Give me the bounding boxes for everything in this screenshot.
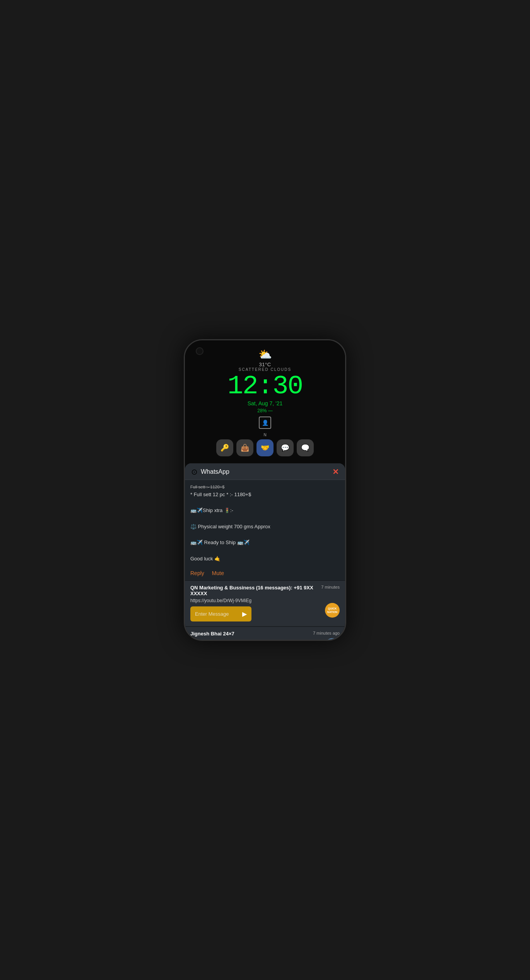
notif-2-header: QN Marketing & Bussiness (16 messages): …	[190, 585, 340, 596]
notification-panel: ⊙ WhatsApp ✕ Full sett :- 1120+$ * Full …	[185, 463, 345, 641]
quick-icon-lock[interactable]: 🔑	[216, 439, 233, 456]
date-display: Sat, Aug 7, '21	[185, 400, 345, 406]
msg-line-5: Good luck 🤙	[190, 555, 340, 563]
quick-reply-box[interactable]: Enter Message ▶	[190, 606, 251, 621]
message-content: Full sett :- 1120+$ * Full sett 12 pc * …	[185, 480, 345, 567]
notif-3-header: Jignesh Bhai 24×7 7 minutes ago	[190, 631, 340, 637]
notif-2-time: 7 minutes	[321, 585, 340, 589]
weather-icon: ⛅	[185, 348, 345, 361]
close-button[interactable]: ✕	[332, 467, 339, 476]
whatsapp-header: ⊙ WhatsApp ✕	[185, 463, 345, 480]
notif-2-text: https://youtu.be/DrWj-9VMiEg	[190, 598, 251, 603]
compass-label: N	[185, 433, 345, 437]
quick-icons-row: 🔑 👜 🤝 💬 🗨️	[185, 439, 345, 456]
contact-icon: 👤	[259, 417, 271, 429]
whatsapp-circle-icon: ⊙	[191, 467, 198, 476]
msg-line-strikethrough: Full sett :- 1120+$	[190, 484, 340, 491]
notif-2-body: https://youtu.be/DrWj-9VMiEg Enter Messa…	[190, 598, 340, 623]
msg-line-3: ⚖️ Physical weight 700 gms Approx	[190, 523, 340, 531]
msg-line-1: * Full sett 12 pc * :- 1180+$	[190, 491, 340, 499]
reply-actions: Reply Mute	[185, 567, 345, 580]
notif-2-sender: QN Marketing & Bussiness (16 messages): …	[190, 585, 318, 596]
msg-line-4: 🚌✈️ Ready to Ship 🚌✈️	[190, 539, 340, 547]
notif-3-time: 7 minutes ago	[313, 631, 340, 635]
message-input-placeholder[interactable]: Enter Message	[195, 611, 229, 617]
mute-button[interactable]: Mute	[212, 570, 224, 576]
quick-icon-bag[interactable]: 👜	[236, 439, 253, 456]
quick-icon-hands[interactable]: 🤝	[256, 439, 274, 456]
app-name: WhatsApp	[201, 468, 229, 475]
quick-icon-chat[interactable]: 🗨️	[297, 439, 314, 456]
msg-line-2: 🚌✈️Ship xtra 🚦:-	[190, 507, 340, 515]
notif-3-body: 📷 1+1 Free made in UAE 🇦🇪 👥	[190, 638, 340, 641]
notification-item-3: Jignesh Bhai 24×7 7 minutes ago 📷 1+1 Fr…	[185, 626, 345, 641]
app-info: ⊙ WhatsApp	[191, 467, 229, 476]
time-display: 12:30	[185, 373, 345, 400]
phone-frame: ⛅ 31°C SCATTERED CLOUDS 12:30 Sat, Aug 7…	[184, 339, 346, 641]
camera-hole	[196, 347, 203, 355]
send-button[interactable]: ▶	[242, 610, 247, 618]
quick-icon-whatsapp[interactable]: 💬	[277, 439, 294, 456]
reply-button[interactable]: Reply	[190, 570, 204, 576]
battery-display: 28% —	[185, 408, 345, 413]
notif-3-avatar: 👥	[325, 638, 340, 641]
notif-2-avatar: QUICKNATION	[325, 603, 340, 618]
temperature: 31°C	[185, 362, 345, 367]
lock-screen: ⛅ 31°C SCATTERED CLOUDS 12:30 Sat, Aug 7…	[185, 340, 345, 463]
notification-item-2: QN Marketing & Bussiness (16 messages): …	[185, 580, 345, 626]
notif-3-sender: Jignesh Bhai 24×7	[190, 631, 310, 637]
